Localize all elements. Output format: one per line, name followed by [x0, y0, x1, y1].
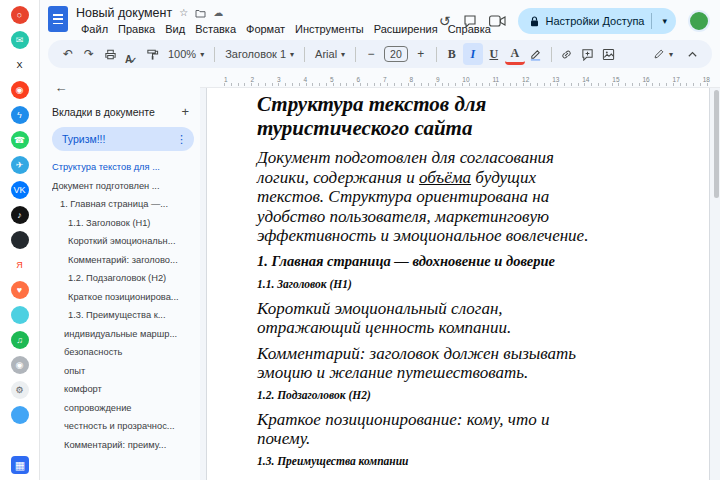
- share-settings-button[interactable]: Настройки Доступа ▾: [518, 8, 676, 34]
- decrease-font-size-button[interactable]: −: [361, 43, 381, 65]
- font-size-input[interactable]: 20: [384, 46, 408, 62]
- outline-item[interactable]: 1.2. Подзаголовок (Н2): [52, 272, 194, 284]
- github-icon[interactable]: [11, 231, 29, 249]
- meet-video-icon[interactable]: [489, 15, 506, 27]
- outline-item[interactable]: индивидуальные маршр...: [52, 328, 194, 340]
- chevron-down-icon[interactable]: ▾: [659, 16, 670, 26]
- ruler[interactable]: 123456789101112131415161718: [200, 74, 720, 88]
- yandex-search-icon[interactable]: Я: [11, 256, 29, 274]
- outline-item[interactable]: опыт: [52, 365, 194, 377]
- insert-link-button[interactable]: [557, 43, 577, 65]
- outline-item[interactable]: безопасность: [52, 346, 194, 358]
- ruler-number: 16: [642, 76, 649, 83]
- paint-format-button[interactable]: [142, 43, 162, 65]
- x-twitter-icon[interactable]: X: [11, 56, 29, 74]
- camera-app-icon[interactable]: ◉: [11, 356, 29, 374]
- document-title[interactable]: Новый документ: [76, 6, 172, 20]
- collapse-toolbar-button[interactable]: [682, 43, 702, 65]
- ruler-number: 15: [612, 76, 619, 83]
- yandex-browser-icon[interactable]: ◉: [11, 81, 29, 99]
- add-tab-button[interactable]: +: [178, 104, 192, 119]
- user-avatar[interactable]: [688, 10, 710, 32]
- outline-item[interactable]: честность и прозрачнос...: [52, 420, 194, 432]
- share-button-divider: [651, 13, 652, 29]
- tabs-panel-title: Вкладки в документе: [52, 106, 155, 118]
- content-area: ← Вкладки в документе + Туризм!!! ⋮ Стру…: [40, 74, 720, 480]
- insert-image-button[interactable]: [599, 43, 619, 65]
- chevron-down-icon: ▾: [200, 50, 204, 59]
- collapse-sidebar-button[interactable]: ←: [52, 78, 70, 96]
- outline-item[interactable]: 1. Главная страница —...: [52, 198, 194, 210]
- italic-button[interactable]: I: [463, 43, 483, 65]
- move-folder-icon[interactable]: [195, 9, 206, 18]
- document-tabs-sidebar: ← Вкладки в документе + Туризм!!! ⋮ Стру…: [40, 74, 200, 480]
- menu-item[interactable]: Формат: [241, 22, 290, 36]
- outline-item[interactable]: Короткий эмоциональн...: [52, 235, 194, 247]
- outline-item[interactable]: Структура текстов для ...: [52, 161, 194, 173]
- comments-icon[interactable]: [463, 14, 477, 28]
- settings-app-icon[interactable]: ⚙: [11, 381, 29, 399]
- screen: ○ ✉ X ◉ ϟ ☎ ✈ VK ♪ Я ♥: [0, 0, 720, 480]
- ruler-number: 12: [522, 76, 529, 83]
- teal-app-icon[interactable]: [11, 306, 29, 324]
- increase-font-size-button[interactable]: +: [411, 43, 431, 65]
- menu-item[interactable]: Вид: [160, 22, 190, 36]
- ruler-number: 7: [383, 76, 387, 83]
- active-document-tab[interactable]: Туризм!!! ⋮: [52, 127, 194, 151]
- menu-item[interactable]: Инструменты: [290, 22, 369, 36]
- outline-item[interactable]: 1.3. Преимущества к...: [52, 309, 194, 321]
- highlight-color-button[interactable]: [526, 43, 546, 65]
- font-family-select[interactable]: Arial ▾: [310, 43, 350, 65]
- favorites-app-icon[interactable]: ♥: [11, 281, 29, 299]
- menu-item[interactable]: Правка: [113, 22, 160, 36]
- underline-button[interactable]: U: [484, 43, 504, 65]
- outline-item[interactable]: Документ подготовлен ...: [52, 180, 194, 192]
- vk-icon[interactable]: VK: [11, 181, 29, 199]
- doc-heading-section-1: 1. Главная страница — вдохновение и дове…: [257, 252, 665, 270]
- star-icon[interactable]: ☆: [179, 8, 188, 18]
- outline-item[interactable]: комфорт: [52, 383, 194, 395]
- paragraph-style-select[interactable]: Заголовок 1 ▾: [220, 43, 299, 65]
- telegram-icon[interactable]: ✈: [11, 156, 29, 174]
- editing-mode-button[interactable]: ▾: [648, 43, 678, 65]
- ruler-number: 17: [673, 76, 680, 83]
- spotify-icon[interactable]: ♫: [11, 331, 29, 349]
- toolbar-wrap: ↶ ↷ A✓ 100% ▾ Заголовок 1 ▾: [40, 38, 720, 74]
- add-comment-button[interactable]: [578, 43, 598, 65]
- menu-item[interactable]: Вставка: [190, 22, 241, 36]
- mail-app-icon[interactable]: ✉: [11, 31, 29, 49]
- undo-button[interactable]: ↶: [58, 43, 78, 65]
- maps-app-icon[interactable]: [11, 406, 29, 424]
- document-page[interactable]: Структура текстов для туристического сай…: [206, 88, 710, 480]
- outline-item[interactable]: сопровождение: [52, 402, 194, 414]
- zoom-select[interactable]: 100% ▾: [163, 43, 209, 65]
- outline-item[interactable]: 1.1. Заголовок (Н1): [52, 217, 194, 229]
- zoom-value: 100%: [168, 48, 196, 60]
- messenger-icon[interactable]: ϟ: [11, 106, 29, 124]
- outline-item[interactable]: Комментарий: преиму...: [52, 439, 194, 451]
- tab-options-icon[interactable]: ⋮: [176, 133, 187, 146]
- version-history-icon[interactable]: ↺: [439, 14, 451, 28]
- spellcheck-button[interactable]: A✓: [121, 43, 141, 65]
- cloud-status-icon[interactable]: ☁: [213, 8, 223, 18]
- text-color-button[interactable]: A: [505, 43, 525, 65]
- outline-item[interactable]: Комментарий: заголово...: [52, 254, 194, 266]
- style-value: Заголовок 1: [225, 48, 286, 60]
- menu-item[interactable]: Расширения: [369, 22, 443, 36]
- ruler-number: 18: [703, 76, 710, 83]
- google-docs-icon[interactable]: [48, 6, 68, 32]
- browser-icon[interactable]: ○: [11, 6, 29, 24]
- bold-button[interactable]: B: [442, 43, 462, 65]
- show-apps-button[interactable]: ▦: [11, 456, 29, 474]
- vertical-scrollbar[interactable]: [714, 90, 719, 198]
- doc-heading-1-3: 1.3. Преимущества компании: [257, 455, 665, 468]
- print-button[interactable]: [100, 43, 120, 65]
- whatsapp-icon[interactable]: ☎: [11, 131, 29, 149]
- underlined-word: объёма: [419, 168, 471, 187]
- menu-item[interactable]: Файл: [76, 22, 113, 36]
- redo-button[interactable]: ↷: [79, 43, 99, 65]
- toolbar-divider: [436, 47, 437, 62]
- tiktok-icon[interactable]: ♪: [11, 206, 29, 224]
- doc-heading-1: Структура текстов для туристического сай…: [257, 92, 665, 140]
- outline-item[interactable]: Краткое позиционирова...: [52, 291, 194, 303]
